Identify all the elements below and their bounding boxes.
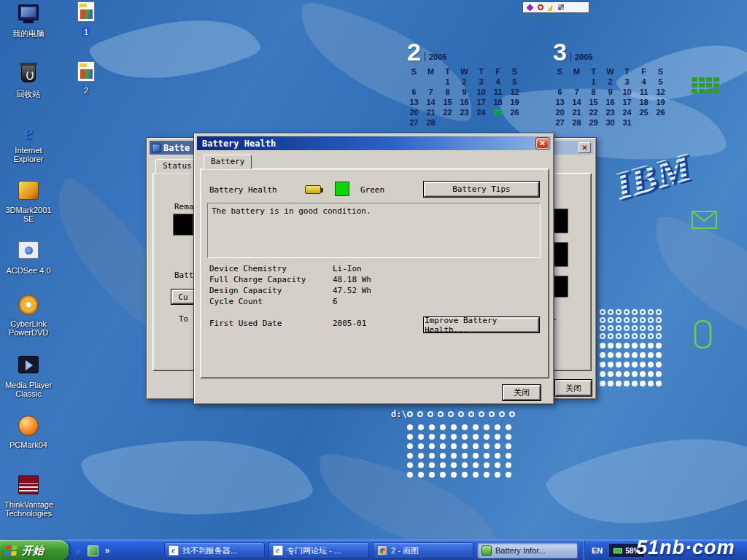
- calendar-cell: 12: [652, 88, 669, 98]
- wallpaper-dot: [407, 411, 413, 417]
- tab-status[interactable]: Status: [155, 159, 199, 174]
- diamond-icon[interactable]: [527, 4, 534, 11]
- file-label: 1: [82, 28, 90, 36]
- desktop-icon-acdsee[interactable]: ACDSee 4.0: [4, 239, 53, 275]
- envelope-icon: [692, 210, 718, 230]
- calendar-cell: 7: [422, 88, 439, 98]
- wallpaper-dot: [632, 309, 638, 315]
- taskbar-item-ie-1[interactable]: 找不到服务器...: [164, 542, 265, 559]
- wallpaper-dot: [462, 424, 468, 430]
- battery-tips-button[interactable]: Battery Tips: [424, 182, 539, 197]
- wallpaper-dot: [616, 371, 622, 377]
- acdsee-icon: [17, 241, 40, 265]
- wallpaper-dot: [648, 343, 654, 349]
- close-window-button[interactable]: 关闭: [555, 380, 592, 396]
- tab-battery[interactable]: Battery: [204, 155, 252, 169]
- desktop-file-1[interactable]: 1: [70, 1, 102, 38]
- wallpaper-dot: [632, 371, 638, 377]
- wallpaper-dot: [640, 343, 646, 349]
- close-dialog-button[interactable]: 关闭: [503, 385, 541, 400]
- desktop-file-2[interactable]: 2: [70, 61, 102, 95]
- bolt-icon[interactable]: [548, 4, 554, 11]
- wallpaper-dot: [451, 472, 457, 478]
- close-button[interactable]: ✕: [536, 138, 549, 149]
- calendar-cell: 24: [473, 108, 489, 118]
- wallpaper-dot: [462, 434, 468, 440]
- wallpaper-dot: [473, 443, 479, 449]
- battery-gauge: [173, 214, 193, 236]
- chevron-icon[interactable]: »: [105, 545, 110, 556]
- wallpaper-dot: [495, 424, 500, 430]
- calendar-cell: [473, 118, 489, 128]
- calendar-grid: SMTWTFS123456789101112131415161718192021…: [551, 67, 676, 128]
- wallpaper-dot: [656, 362, 662, 368]
- wallpaper-dot: [440, 443, 446, 449]
- calendar-cell: [422, 77, 439, 88]
- window-title: Batte: [163, 143, 190, 153]
- wallpaper-dot: [632, 362, 638, 368]
- calendar-cell: 13: [406, 98, 422, 108]
- ie-page-icon: [169, 545, 179, 556]
- desktop-icon-thinkvantage[interactable]: ThinkVantage Technologies: [4, 474, 53, 518]
- wallpaper-dot: [600, 352, 605, 358]
- taskbar-item-ie-2[interactable]: 专门网论坛 - ...: [268, 542, 369, 559]
- wallpaper-dot: [616, 362, 622, 368]
- calendar-cell: [489, 118, 506, 128]
- icon-label: Media Player Classic: [4, 381, 53, 398]
- icon-label: ACDSee 4.0: [4, 266, 53, 275]
- wallpaper-dot: [484, 424, 489, 430]
- ie-quicklaunch-icon[interactable]: e: [76, 545, 81, 556]
- desktop-icon-pcmark04[interactable]: PCMark04: [4, 414, 53, 449]
- desktop-icon-my-computer[interactable]: 我的电脑: [4, 4, 53, 38]
- wallpaper-dot: [656, 343, 662, 349]
- desktop-icon-media-player-classic[interactable]: Media Player Classic: [4, 354, 53, 398]
- recycle-bin-icon: [17, 65, 40, 88]
- wallpaper-dot: [608, 309, 614, 315]
- calendar-cell: 3: [473, 77, 489, 88]
- health-status: Green: [360, 185, 384, 195]
- wallpaper-dot: [506, 462, 511, 468]
- start-button[interactable]: 开始: [0, 540, 69, 560]
- calendar-cell: M: [568, 67, 585, 77]
- wallpaper-dot: [506, 434, 511, 440]
- windows-logo-icon: [5, 545, 18, 556]
- wallpaper-dot: [648, 309, 654, 315]
- calendar-cell: [456, 118, 473, 128]
- record-icon[interactable]: [538, 4, 543, 10]
- desktop-icon-powerdvd[interactable]: CyberLink PowerDVD: [4, 293, 53, 337]
- calendar-cell: 25: [635, 108, 652, 118]
- language-indicator[interactable]: EN: [592, 546, 603, 555]
- taskbar-item-paint[interactable]: 2 - 画图: [373, 542, 473, 559]
- wallpaper-dot-grid: [407, 424, 516, 481]
- improve-battery-health-button[interactable]: Improve Battery Health...: [424, 317, 539, 332]
- wallpaper-dot: [499, 411, 505, 417]
- calendar-cell: 2: [456, 77, 473, 88]
- field-value: 6: [333, 297, 338, 306]
- desktop-widget-bar: [522, 1, 589, 13]
- wallpaper-dot: [656, 352, 662, 358]
- media-quicklaunch-icon[interactable]: [88, 545, 98, 556]
- wallpaper-dot: [429, 462, 435, 468]
- desktop-icon-recycle-bin[interactable]: 回收站: [4, 63, 53, 98]
- desktop-icon-3dmark2001[interactable]: 3DMark2001 SE: [4, 179, 53, 223]
- calendar-cell: 16: [456, 98, 473, 108]
- desktop-icon-internet-explorer[interactable]: e Internet Explorer: [4, 121, 53, 163]
- wallpaper-dot: [608, 317, 614, 323]
- calendar-cell: T: [439, 67, 456, 77]
- taskbar-item-battery-information[interactable]: Battery Infor...: [477, 542, 578, 559]
- field-label: First Used Date: [209, 319, 282, 328]
- calendar-cell: 6: [551, 88, 568, 98]
- calendar-cell: 12: [506, 88, 523, 98]
- wallpaper-dot: [440, 434, 446, 440]
- calendar-cell: 13: [551, 98, 568, 108]
- grid-icon[interactable]: [558, 4, 564, 10]
- current-button[interactable]: Cu: [171, 289, 195, 304]
- calendar-cell: 11: [635, 88, 652, 98]
- calendar-cell: 17: [619, 98, 635, 108]
- thinkvantage-icon: [17, 475, 40, 499]
- calendar-cell: 16: [602, 98, 619, 108]
- calendar-cell: 1: [585, 77, 602, 88]
- close-button[interactable]: ✕: [578, 142, 591, 153]
- wallpaper-dot: [624, 317, 630, 323]
- wallpaper-dot: [640, 317, 646, 323]
